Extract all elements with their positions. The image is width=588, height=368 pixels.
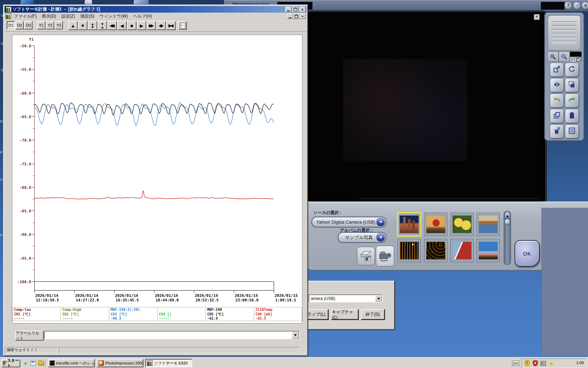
photo-preview-area[interactable]: × (307, 11, 546, 202)
taskbar-task-soft-thermo[interactable]: ソフトサーモ E830 (145, 359, 192, 367)
child-minimize-button[interactable] (287, 14, 293, 19)
child-restore-button[interactable] (293, 14, 299, 19)
thumbnail-scrollbar[interactable] (504, 211, 511, 265)
zoom-in-button[interactable] (547, 52, 559, 62)
window-resize-grip[interactable] (302, 350, 307, 355)
album-select-dropdown[interactable]: サンプル写真 (338, 232, 386, 243)
cascade-windows-icon[interactable] (577, 57, 581, 61)
quicklaunch-folder[interactable] (38, 360, 44, 366)
taskbar-task-ms-dos[interactable]: transfile.cmd へのショート... (48, 359, 95, 367)
menu-settings[interactable]: 設定(Z) (61, 13, 75, 19)
scrollbar-up-arrow[interactable] (504, 212, 510, 219)
thumbnail-yellow-flowers[interactable] (450, 213, 474, 236)
toolbar-expand-vertical-button[interactable]: ▲▼ (88, 21, 97, 30)
minimize-button[interactable]: - (573, 1, 581, 9)
toolbar-axis-y2[interactable]: Y2 (46, 21, 54, 29)
paste-button[interactable] (565, 109, 579, 123)
toolbar-graph-settings-button[interactable] (178, 21, 187, 30)
toolbar-data-d2[interactable]: D2 (15, 21, 24, 29)
toolbar-data-d3[interactable]: D3 (24, 21, 33, 29)
redo-button[interactable] (565, 94, 579, 108)
toolbar-compress-vertical-button[interactable]: ▼▲ (98, 21, 107, 30)
keyboard-layout-icon[interactable] (512, 361, 519, 366)
channel-legend-ch3[interactable]: MDF-330-2(-50)CH3 [℃]-66.3 (109, 307, 157, 321)
toolbar-expand-horizontal-button[interactable]: ◀▶ (156, 21, 166, 30)
child-close-button[interactable]: × (300, 14, 306, 19)
alarm-reset-button[interactable]: アラームリセット (15, 330, 44, 341)
toolbar-fast-rewind-button[interactable]: ◀◀ (107, 21, 117, 30)
channel-legend-ch4[interactable]: CH4 []----- (157, 307, 205, 321)
album-dropdown-arrow-icon[interactable] (377, 233, 385, 241)
window-minimize-button[interactable] (285, 7, 292, 12)
channel-legend-ch5[interactable]: MDF-190CH5 [℃]-62.4 (205, 307, 254, 321)
close-image-button[interactable] (565, 124, 579, 138)
live-button[interactable]: ライブ(L) (304, 309, 328, 320)
acquire-scanner-button[interactable] (357, 247, 375, 265)
close-button[interactable]: x (581, 1, 588, 9)
scrollbar-thumb[interactable] (504, 219, 510, 225)
zoom-out-button[interactable] (559, 52, 570, 62)
undo-button[interactable] (550, 94, 564, 108)
thumbnail-cardinal-bird[interactable] (424, 213, 447, 236)
favorites-star-icon[interactable]: ★ (548, 361, 554, 366)
alarm-combo-arrow-icon[interactable] (292, 332, 299, 339)
desktop-icon-top-1[interactable] (21, 0, 34, 4)
delete-button[interactable] (550, 124, 564, 138)
copy-button[interactable] (550, 109, 564, 123)
crop-rotate-button[interactable] (565, 78, 579, 92)
toolbar-data-d1[interactable]: D1 (7, 21, 15, 29)
desktop-icon-top-3[interactable] (134, 0, 149, 4)
acquire-camera-button[interactable] (376, 246, 394, 266)
start-button[interactable]: スタート (1, 359, 20, 367)
palette-gripper[interactable] (548, 15, 581, 50)
preview-close-icon[interactable]: × (534, 14, 540, 20)
quicklaunch-internet-explorer[interactable]: e (22, 360, 29, 366)
thumbnail-red-rock-spires[interactable] (397, 212, 421, 237)
help-button[interactable]: ? (564, 1, 572, 9)
thumbnail-night-skyline[interactable] (398, 239, 421, 262)
security-error-shield-icon[interactable]: ✕ (532, 361, 538, 366)
window-maximize-button[interactable] (292, 7, 299, 12)
quicklaunch-outlook-express[interactable] (30, 360, 36, 366)
thumbnail-lighthouse-ship[interactable] (450, 239, 474, 262)
resize-button[interactable] (550, 63, 564, 77)
line-chart[interactable] (12, 35, 302, 306)
menu-window[interactable]: ウィンドウ(W) (99, 13, 128, 19)
combo-dropdown-arrow-icon[interactable] (375, 295, 382, 301)
toolbar-fast-forward-button[interactable]: ▶▶ (147, 21, 156, 30)
alarm-message-combobox[interactable] (44, 331, 300, 339)
channel-legend-ch2[interactable]: Comp-HighCH2 [℃]----- (61, 307, 109, 321)
toolbar-compress-horizontal-button[interactable]: ▶◀ (166, 21, 176, 30)
security-warning-shield-icon[interactable]: ! (524, 361, 530, 366)
menu-measure[interactable]: 測定(S) (80, 13, 94, 19)
source-select-dropdown[interactable]: Yahoo! Digital Camera (USB) (312, 217, 386, 227)
toolbar-step-left-button[interactable]: ◀ (117, 21, 127, 30)
toolbar-axis-y1[interactable]: Y1 (37, 21, 46, 29)
ok-button[interactable]: OK (514, 240, 540, 267)
toolbar-step-right-button[interactable]: ▶ (137, 21, 146, 30)
toolbar-stop-button[interactable]: ■ (127, 21, 136, 30)
source-dropdown-arrow-icon[interactable] (377, 218, 385, 226)
desktop-icon-top-2[interactable] (85, 0, 92, 4)
channel-legend-ch1[interactable]: Comp-lowCH1 [℃]----- (12, 307, 61, 321)
toolbar-axis-y3[interactable]: Y3 (55, 21, 63, 29)
removable-device-icon[interactable] (540, 361, 546, 366)
thumbnail-gold-light-web[interactable] (424, 239, 447, 262)
softthermo-titlebar[interactable]: ソフトサーモ計測－計測1 － [折れ線グラフ 1] × (5, 6, 307, 13)
flip-horizontal-button[interactable] (550, 78, 564, 92)
capture-button[interactable]: キャプチャ(C) (331, 309, 358, 320)
exit-button[interactable]: 終了(D) (361, 309, 385, 320)
thumbnail-harbor-town[interactable] (477, 213, 500, 236)
taskbar-task-photoimpression[interactable]: PhotoImpression 2000 (97, 359, 144, 367)
toolbar-down-button[interactable]: ▼ (78, 21, 88, 30)
mdi-child-icon[interactable] (6, 14, 11, 19)
menu-view[interactable]: 表示(D) (42, 13, 56, 19)
rotate-button[interactable] (565, 63, 579, 77)
actual-size-button[interactable]: 1:1 (570, 57, 576, 62)
window-close-button[interactable]: × (299, 7, 306, 12)
toolbar-up-button[interactable]: ▲ (68, 21, 78, 30)
menu-help[interactable]: ヘルプ(H) (133, 13, 152, 19)
thumbnail-blue-sky-clouds[interactable] (477, 239, 500, 262)
menu-file[interactable]: ファイル(F) (14, 13, 36, 19)
camera-source-combobox[interactable]: amera (USB) (309, 294, 383, 302)
